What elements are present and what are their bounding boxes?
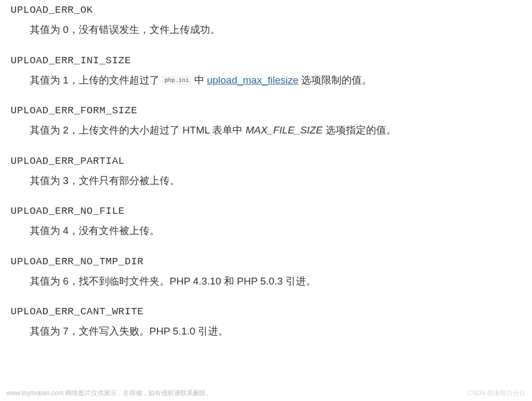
description-text: 其值为 2，上传文件的大小超过了 HTML 表单中 <box>30 124 246 136</box>
doc-link[interactable]: upload_max_filesize <box>207 74 298 86</box>
error-entry: UPLOAD_ERR_FORM_SIZE其值为 2，上传文件的大小超过了 HTM… <box>11 105 521 138</box>
footer-right-text: CSDN @未知百分百 <box>467 389 526 398</box>
inline-code: php.ini <box>162 76 191 85</box>
description-text: 中 <box>191 74 207 86</box>
error-entry: UPLOAD_ERR_PARTIAL其值为 3，文件只有部分被上传。 <box>11 155 521 189</box>
description-text: 选项限制的值。 <box>298 74 372 86</box>
constant-name: UPLOAD_ERR_OK <box>11 4 521 16</box>
description-text: 其值为 3，文件只有部分被上传。 <box>30 175 180 186</box>
constant-name: UPLOAD_ERR_NO_TMP_DIR <box>11 256 521 268</box>
constant-description: 其值为 4，没有文件被上传。 <box>30 223 521 239</box>
description-text: 其值为 7，文件写入失败。PHP 5.1.0 引进。 <box>30 325 228 337</box>
error-entry: UPLOAD_ERR_OK其值为 0，没有错误发生，文件上传成功。 <box>11 4 521 38</box>
constant-description: 其值为 2，上传文件的大小超过了 HTML 表单中 MAX_FILE_SIZE … <box>30 123 521 138</box>
constant-description: 其值为 7，文件写入失败。PHP 5.1.0 引进。 <box>30 324 521 339</box>
constant-name: UPLOAD_ERR_NO_FILE <box>11 205 521 217</box>
italic-text: MAX_FILE_SIZE <box>246 124 323 136</box>
constant-description: 其值为 3，文件只有部分被上传。 <box>30 173 521 189</box>
constant-name: UPLOAD_ERR_INI_SIZE <box>11 55 521 66</box>
description-text: 其值为 4，没有文件被上传。 <box>30 225 160 236</box>
constant-description: 其值为 6，找不到临时文件夹。PHP 4.3.10 和 PHP 5.0.3 引进… <box>30 274 521 289</box>
constant-name: UPLOAD_ERR_FORM_SIZE <box>11 105 521 116</box>
error-entry: UPLOAD_ERR_NO_FILE其值为 4，没有文件被上传。 <box>11 205 521 239</box>
error-entry: UPLOAD_ERR_NO_TMP_DIR其值为 6，找不到临时文件夹。PHP … <box>11 256 521 289</box>
constant-description: 其值为 0，没有错误发生，文件上传成功。 <box>30 22 521 38</box>
footer-left-text: www.toymoban.com 网络图片仅供展示，非存储，如有侵权请联系删除。 <box>6 389 212 398</box>
constant-description: 其值为 1，上传的文件超过了 php.ini 中 upload_max_file… <box>30 73 521 88</box>
description-text: 其值为 6，找不到临时文件夹。PHP 4.3.10 和 PHP 5.0.3 引进… <box>30 275 316 287</box>
description-text: 其值为 1，上传的文件超过了 <box>30 74 162 86</box>
description-text: 其值为 0，没有错误发生，文件上传成功。 <box>30 24 220 35</box>
constant-name: UPLOAD_ERR_CANT_WRITE <box>11 306 521 318</box>
constant-name: UPLOAD_ERR_PARTIAL <box>11 155 521 167</box>
error-entry: UPLOAD_ERR_INI_SIZE其值为 1，上传的文件超过了 php.in… <box>11 55 521 88</box>
description-text: 选项指定的值。 <box>322 124 396 136</box>
error-entry: UPLOAD_ERR_CANT_WRITE其值为 7，文件写入失败。PHP 5.… <box>11 306 521 339</box>
error-code-list: UPLOAD_ERR_OK其值为 0，没有错误发生，文件上传成功。UPLOAD_… <box>11 4 521 339</box>
